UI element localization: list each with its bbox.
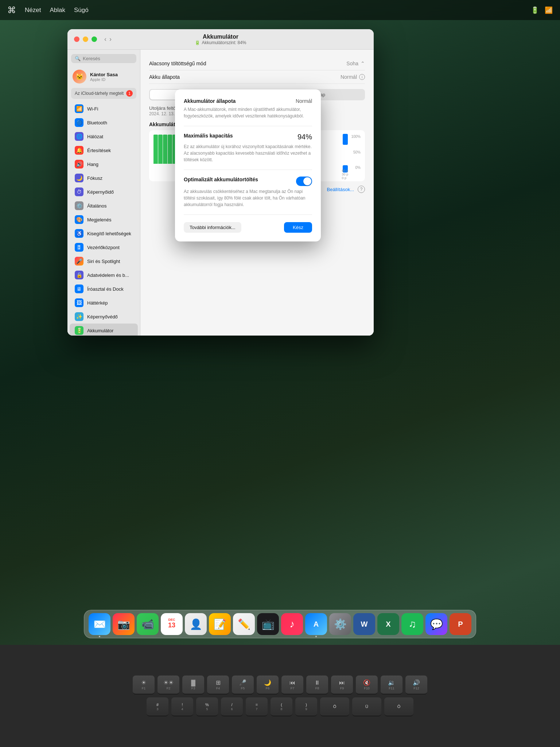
dock-systemprefs[interactable]: ⚙️ (329, 613, 351, 635)
sidebar-label-general: Általános (87, 203, 106, 209)
sidebar-item-sound[interactable]: 🔊 Hang (70, 157, 138, 171)
dock-messenger[interactable]: 💬 (425, 613, 447, 635)
key-5[interactable]: % 5 (196, 697, 218, 716)
key-9[interactable]: ) 9 (295, 697, 317, 716)
chart-y-0: 0% (347, 166, 361, 170)
dock-powerpoint[interactable]: P (450, 613, 471, 635)
key-f5[interactable]: 🎤 F5 (232, 676, 254, 694)
calendar-date: 13 (168, 622, 175, 629)
dock-facetime[interactable]: 📹 (137, 613, 159, 635)
modal-section-optimized-title: Optimalizált akkumulátortöltés (184, 177, 258, 182)
key-f11[interactable]: 🔉 F11 (381, 676, 402, 694)
sidebar-item-screen[interactable]: ⏱ Képernyőidő (70, 185, 138, 199)
key-f12[interactable]: 🔊 F12 (405, 676, 427, 694)
dock-calendar[interactable]: DEC 13 (161, 613, 183, 635)
key-f3[interactable]: ▓ F3 (182, 676, 204, 694)
key-f2[interactable]: ☀☀ F2 (158, 676, 179, 694)
sidebar-item-siri[interactable]: 🎤 Siri és Spotlight (70, 254, 138, 268)
apple-menu[interactable]: ⌘ (7, 5, 16, 15)
accessibility-icon: ♿ (75, 229, 83, 238)
sidebar-label-privacy: Adatvédelem és b... (87, 272, 129, 278)
minimize-button[interactable] (83, 36, 88, 42)
search-box[interactable]: 🔍 (71, 54, 136, 63)
modal-section-optimized-header: Optimalizált akkumulátortöltés (184, 177, 312, 186)
menu-ablak[interactable]: Ablak (50, 7, 65, 14)
sidebar-item-notifications[interactable]: 🔔 Értesítések (70, 143, 138, 157)
low-power-chevron[interactable]: ⌃ (361, 61, 365, 66)
dock-music[interactable]: ♪ (281, 613, 303, 635)
sidebar-label-desktop: Íróasztal és Dock (87, 286, 124, 292)
user-info: Kántor Sasa Apple ID (90, 72, 118, 82)
more-info-button[interactable]: További információk... (184, 222, 241, 233)
dock-appstore-dot (315, 636, 317, 637)
sidebar-item-battery[interactable]: 🔋 Akkumulátor (70, 324, 138, 336)
key-u-uml[interactable]: Ü (352, 697, 381, 716)
dock-mail[interactable]: ✉️ (89, 613, 110, 635)
key-f8[interactable]: ⏸ F8 (306, 676, 328, 694)
search-input[interactable] (83, 56, 133, 61)
menu-nezet[interactable]: Nézet (25, 7, 41, 14)
maximize-button[interactable] (92, 36, 97, 42)
sidebar-item-focus[interactable]: 🌙 Fókusz (70, 171, 138, 185)
dock-appstore[interactable]: A (305, 613, 327, 635)
key-3[interactable]: # 3 (147, 697, 168, 716)
settings-link[interactable]: Beállítások... (327, 187, 354, 192)
key-o-acute[interactable]: Ó (384, 697, 413, 716)
sidebar-item-network[interactable]: 🌐 Hálózat (70, 129, 138, 143)
sidebar-item-bluetooth[interactable]: 🔵 Bluetooth (70, 116, 138, 129)
sidebar-label-siri: Siri és Spotlight (87, 259, 120, 264)
help-button[interactable]: ? (358, 186, 365, 193)
dock-excel[interactable]: X (377, 613, 399, 635)
key-f7[interactable]: ⏮ F7 (281, 676, 303, 694)
sidebar-item-wifi[interactable]: 📶 Wi-Fi (70, 102, 138, 116)
sidebar-item-desktop[interactable]: 🖥 Íróasztal és Dock (70, 282, 138, 296)
optimized-charging-toggle[interactable] (296, 177, 312, 186)
dock-contacts[interactable]: 👤 (185, 613, 207, 635)
modal-section-condition-header: Akkumulátor állapota Normál (184, 98, 312, 104)
sidebar-item-general[interactable]: ⚙️ Általános (70, 199, 138, 213)
icloud-badge: 1 (126, 90, 133, 97)
sidebar-item-wallpaper[interactable]: 🖼 Háttérkép (70, 296, 138, 310)
window-title: Akkumulátor (195, 34, 246, 40)
dock-word[interactable]: W (353, 613, 375, 635)
control-icon: 🎛 (75, 243, 83, 252)
back-button[interactable]: ‹ (104, 35, 106, 43)
dock-appletv[interactable]: 📺 (257, 613, 279, 635)
key-f4[interactable]: ⊞ F4 (207, 676, 229, 694)
menu-sugo[interactable]: Súgó (74, 7, 89, 14)
dock: ✉️ 📷 📹 DEC 13 👤 📝 ✏️ 📺 ♪ A ⚙️ W X ♫ 💬 P (0, 610, 560, 641)
dock-notes[interactable]: 📝 (209, 613, 231, 635)
modal-section-optimized: Optimalizált akkumulátortöltés Az akkuav… (184, 177, 312, 215)
sidebar-item-privacy[interactable]: 🔒 Adatvédelem és b... (70, 268, 138, 282)
sidebar-item-control[interactable]: 🎛 Vezérlőközpont (70, 240, 138, 254)
forward-button[interactable]: › (109, 35, 112, 43)
key-f6[interactable]: 🌙 F6 (257, 676, 279, 694)
dock-spotify[interactable]: ♫ (401, 613, 423, 635)
done-button[interactable]: Kész (284, 222, 312, 233)
info-button[interactable]: i (359, 74, 365, 80)
key-8[interactable]: ( 8 (271, 697, 292, 716)
dock-photos[interactable]: 📷 (113, 613, 135, 635)
sidebar-label-notifications: Értesítések (87, 148, 111, 153)
key-f9[interactable]: ⏭ F9 (331, 676, 353, 694)
close-button[interactable] (74, 36, 79, 42)
volume-down-icon: 🔉 (388, 679, 395, 686)
key-o-uml[interactable]: Ö (320, 697, 349, 716)
user-section[interactable]: 🐱 Kántor Sasa Apple ID (67, 67, 140, 86)
key-f1[interactable]: ☀ F1 (133, 676, 155, 694)
network-icon: 🌐 (75, 132, 83, 141)
key-6[interactable]: / 6 (221, 697, 243, 716)
dock-freeform[interactable]: ✏️ (233, 613, 255, 635)
icloud-banner[interactable]: Az iCloud-tárhely megtelt 1 (71, 88, 136, 99)
battery-health-row[interactable]: Akku állapota Normál i (149, 70, 365, 84)
icloud-text: Az iCloud-tárhely megtelt (75, 91, 124, 96)
key-f10[interactable]: 🔇 F10 (356, 676, 378, 694)
wifi-menubar-icon: 📶 (545, 6, 553, 14)
key-4[interactable]: ! 4 (171, 697, 193, 716)
dock-container: ✉️ 📷 📹 DEC 13 👤 📝 ✏️ 📺 ♪ A ⚙️ W X ♫ 💬 P (84, 610, 476, 638)
sidebar-label-battery: Akkumulátor (87, 328, 113, 333)
sidebar-item-screensaver[interactable]: ✨ Képernyővédő (70, 310, 138, 324)
key-7[interactable]: = 7 (246, 697, 268, 716)
sidebar-item-appearance[interactable]: 🎨 Megjelenés (70, 213, 138, 227)
sidebar-item-accessibility[interactable]: ♿ Kisegítő lehetőségek (70, 227, 138, 240)
